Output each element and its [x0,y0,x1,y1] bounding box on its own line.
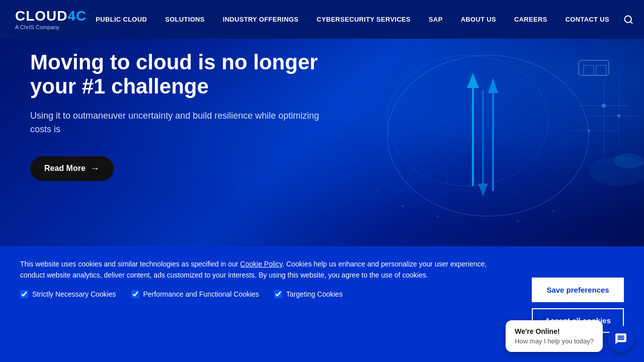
cookie-policy-link[interactable]: Cookie Policy [240,260,282,268]
nav-item-public-cloud[interactable]: PUBLIC CLOUD [87,0,156,39]
read-more-arrow: → [91,163,100,174]
cookie-text-section: This website uses cookies and similar te… [20,258,512,298]
hero-content: Moving to cloud is no longer your #1 cha… [30,50,322,181]
nav-item-about-us[interactable]: ABOUT US [452,0,505,39]
hero-subtitle: Using it to outmaneuver uncertainty and … [30,109,322,136]
nav-item-solutions[interactable]: SOLUTIONS [156,0,214,39]
strictly-necessary-label: Strictly Necessary Cookies [32,290,116,298]
read-more-button[interactable]: Read More → [30,156,114,181]
logo-text: CLOUD4C [15,9,87,23]
cookie-description: This website uses cookies and similar te… [20,258,512,281]
chat-icon [614,332,627,345]
chat-help-text: How may I help you today? [515,337,594,345]
hero-title: Moving to cloud is no longer your #1 cha… [30,50,322,99]
chat-online-label: We're Online! [515,327,594,335]
nav-item-industry-offerings[interactable]: INDUSTRY OFFERINGS [214,0,308,39]
chat-bubble: We're Online! How may I help you today? [506,320,603,352]
logo[interactable]: CLOUD4C A ChrIS Company [15,9,87,30]
nav-item-cybersecurity-services[interactable]: CYBERSECURITY SERVICES [307,0,420,39]
search-icon[interactable] [618,0,638,39]
main-header: CLOUD4C A ChrIS Company PUBLIC CLOUD SOL… [0,0,644,39]
nav-item-careers[interactable]: CAREERS [505,0,556,39]
performance-functional-label: Performance and Functional Cookies [143,290,259,298]
performance-functional-checkbox[interactable] [131,290,139,298]
cookie-checkboxes: Strictly Necessary Cookies Performance a… [20,290,512,298]
logo-subtitle: A ChrIS Company [15,24,87,30]
main-nav: PUBLIC CLOUD SOLUTIONS INDUSTRY OFFERING… [87,0,618,39]
cookie-checkbox-strictly-necessary[interactable]: Strictly Necessary Cookies [20,290,116,298]
targeting-label: Targeting Cookies [286,290,343,298]
svg-line-1 [630,21,632,23]
cookie-checkbox-targeting[interactable]: Targeting Cookies [274,290,343,298]
logo-accent: 4C [68,8,87,24]
strictly-necessary-checkbox[interactable] [20,290,28,298]
nav-item-contact-us[interactable]: CONTACT US [556,0,618,39]
targeting-checkbox[interactable] [274,290,282,298]
nav-item-sap[interactable]: SAP [420,0,452,39]
chat-open-button[interactable] [608,326,634,352]
cookie-checkbox-performance[interactable]: Performance and Functional Cookies [131,290,259,298]
read-more-label: Read More [44,164,86,173]
cookie-text-before-link: This website uses cookies and similar te… [20,260,240,268]
save-preferences-button[interactable]: Save preferences [532,278,624,302]
chat-widget: We're Online! How may I help you today? [506,320,634,352]
